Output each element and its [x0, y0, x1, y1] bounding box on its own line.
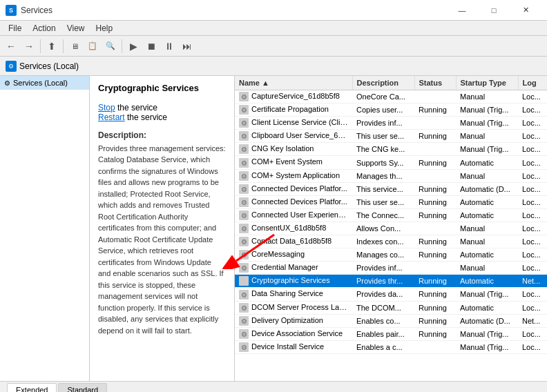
service-name-cell: Device Install Service	[235, 340, 352, 353]
service-log-cell: Loc...	[518, 156, 547, 169]
service-startup-cell: Automatic	[456, 248, 518, 262]
col-header-status[interactable]: Status	[414, 76, 456, 90]
menu-file[interactable]: File	[3, 22, 27, 35]
service-icon	[239, 171, 249, 181]
col-header-name[interactable]: Name ▲	[235, 76, 352, 90]
service-icon	[239, 276, 249, 286]
service-startup-cell: Manual (Trig...	[456, 117, 518, 130]
service-status-cell: Running	[414, 195, 456, 208]
service-icon	[239, 316, 249, 326]
title-bar: S Services — □ ✕	[0, 0, 547, 21]
pause-button[interactable]: ⏸	[161, 38, 177, 55]
table-row[interactable]: Credential ManagerProvides inf...ManualL…	[235, 262, 547, 275]
service-desc-cell: Provides inf...	[352, 262, 414, 275]
col-header-desc[interactable]: Description	[352, 76, 414, 90]
service-name-cell: CNG Key Isolation	[235, 143, 352, 156]
service-status-cell: Running	[414, 327, 456, 340]
service-desc-cell: Indexes con...	[352, 235, 414, 248]
table-row[interactable]: Contact Data_61d8b5f8Indexes con...Runni…	[235, 235, 547, 248]
tab-extended[interactable]: Extended	[7, 383, 57, 392]
service-startup-cell: Automatic	[456, 301, 518, 314]
table-row[interactable]: DCOM Server Process Laun...The DCOM...Ru…	[235, 301, 547, 314]
refresh-button[interactable]: 🔍	[102, 38, 119, 55]
service-status-cell	[414, 262, 456, 275]
service-status-cell	[414, 169, 456, 182]
service-desc-cell: Allows Con...	[352, 222, 414, 235]
back-button[interactable]: ←	[3, 38, 19, 55]
service-log-cell: Loc...	[518, 169, 547, 182]
service-startup-cell: Manual (Trig...	[456, 288, 518, 301]
service-icon	[239, 144, 249, 154]
service-desc-cell: Enables a c...	[352, 340, 414, 353]
service-icon	[239, 263, 249, 273]
service-status-cell: Running	[414, 275, 456, 288]
table-row[interactable]: Certificate PropagationCopies user...Run…	[235, 104, 547, 117]
show-hide-button[interactable]: 🖥	[66, 38, 83, 55]
restart-button[interactable]: ⏭	[179, 38, 195, 55]
service-status-cell: Running	[414, 235, 456, 248]
service-status-cell	[414, 117, 456, 130]
tab-standard[interactable]: Standard	[58, 383, 107, 392]
minimize-button[interactable]: —	[446, 0, 478, 21]
table-row[interactable]: CoreMessagingManages co...RunningAutomat…	[235, 248, 547, 262]
service-desc-cell: This service...	[352, 182, 414, 195]
service-name-cell: Credential Manager	[235, 262, 352, 275]
table-row[interactable]: Connected Devices Platfor...This service…	[235, 182, 547, 195]
service-icon	[239, 197, 249, 207]
service-table-wrapper[interactable]: Name ▲ Description Status Startup Type L…	[235, 76, 547, 381]
col-header-log[interactable]: Log	[518, 76, 547, 90]
table-row[interactable]: Client License Service (ClipS...Provides…	[235, 117, 547, 130]
stop-button[interactable]: ⏹	[143, 38, 160, 55]
table-row[interactable]: Data Sharing ServiceProvides da...Runnin…	[235, 288, 547, 301]
menu-view[interactable]: View	[61, 22, 90, 35]
stop-link[interactable]: Stop	[98, 103, 115, 112]
table-row[interactable]: CNG Key IsolationThe CNG ke...Manual (Tr…	[235, 143, 547, 156]
table-row[interactable]: Connected User Experience...The Connec..…	[235, 208, 547, 222]
service-log-cell: Loc...	[518, 327, 547, 340]
tab-bar: Extended Standard	[0, 381, 547, 392]
up-button[interactable]: ⬆	[44, 38, 60, 55]
service-startup-cell: Manual	[456, 90, 518, 104]
table-row[interactable]: CaptureService_61d8b5f8OneCore Ca...Manu…	[235, 90, 547, 104]
service-startup-cell: Automatic (D...	[456, 314, 518, 327]
properties-button[interactable]: 📋	[84, 38, 101, 55]
table-row[interactable]: Delivery OptimizationEnables co...Runnin…	[235, 314, 547, 327]
service-desc-cell: The CNG ke...	[352, 143, 414, 156]
menu-help[interactable]: Help	[90, 22, 119, 35]
close-button[interactable]: ✕	[510, 0, 541, 21]
table-row[interactable]: COM+ Event SystemSupports Sy...RunningAu…	[235, 156, 547, 169]
service-log-cell: Loc...	[518, 235, 547, 248]
service-startup-cell: Manual	[456, 262, 518, 275]
sidebar-item-local[interactable]: ⚙ Services (Local)	[0, 76, 89, 90]
service-desc-cell: Provides thr...	[352, 275, 414, 288]
service-status-cell	[414, 143, 456, 156]
table-row[interactable]: Cryptographic ServicesProvides thr...Run…	[235, 275, 547, 288]
service-status-cell: Running	[414, 301, 456, 314]
breadcrumb-bar: ⚙ Services (Local)	[0, 57, 547, 76]
table-row[interactable]: ConsentUX_61d8b5f8Allows Con...ManualLoc…	[235, 222, 547, 235]
table-row[interactable]: Clipboard User Service_61d...This user s…	[235, 130, 547, 143]
service-name-cell: Cryptographic Services	[235, 275, 352, 288]
service-log-cell: Loc...	[518, 143, 547, 156]
service-desc-cell: OneCore Ca...	[352, 90, 414, 104]
col-header-startup[interactable]: Startup Type	[456, 76, 518, 90]
table-row[interactable]: Connected Devices Platfor...This user se…	[235, 195, 547, 208]
restart-link[interactable]: Restart	[98, 112, 125, 122]
service-icon	[239, 158, 249, 168]
service-name-cell: COM+ System Application	[235, 169, 352, 182]
breadcrumb-icon: ⚙	[6, 61, 17, 72]
table-row[interactable]: Device Association ServiceEnables pair..…	[235, 327, 547, 340]
table-row[interactable]: COM+ System ApplicationManages th...Manu…	[235, 169, 547, 182]
menu-action[interactable]: Action	[27, 22, 61, 35]
service-icon	[239, 224, 249, 233]
service-list-container: Name ▲ Description Status Startup Type L…	[235, 76, 547, 381]
service-table: Name ▲ Description Status Startup Type L…	[235, 76, 547, 354]
table-row[interactable]: Device Install ServiceEnables a c...Manu…	[235, 340, 547, 353]
restart-text: the service	[125, 112, 167, 122]
service-log-cell: Net...	[518, 275, 547, 288]
maximize-button[interactable]: □	[478, 0, 510, 21]
service-name-cell: Data Sharing Service	[235, 288, 352, 301]
service-name-cell: Connected User Experience...	[235, 208, 352, 222]
forward-button[interactable]: →	[21, 38, 37, 55]
start-button[interactable]: ▶	[125, 38, 142, 55]
